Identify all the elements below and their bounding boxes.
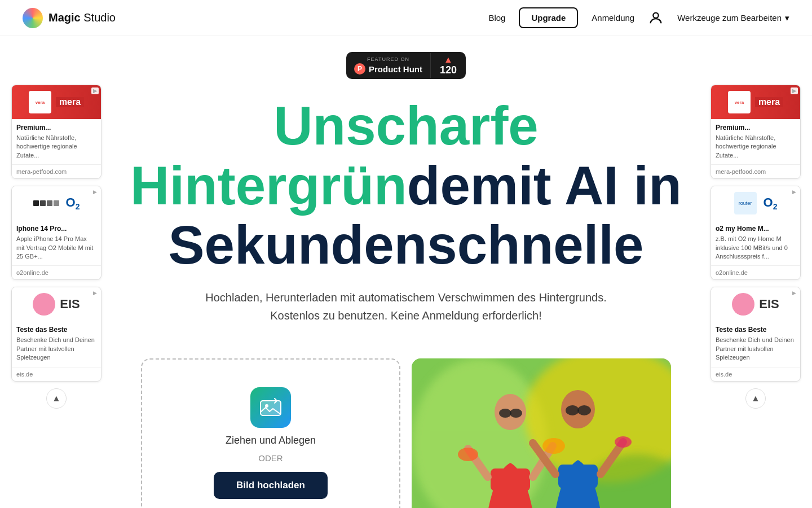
hero-title-line3: Sekundenschnelle — [169, 214, 644, 275]
left-ad-2-body: Iphone 14 Pro... Apple iPhone 14 Pro Max… — [12, 220, 101, 265]
right-ad-3-title: Teste das Beste — [716, 326, 796, 334]
hero-subtitle: Hochladen, Herunterladen mit automatisch… — [113, 288, 699, 325]
right-ad-label-icon-3: ▶ — [791, 290, 798, 296]
user-icon[interactable] — [648, 10, 664, 26]
left-ad-panel: vera mera ▶ Premium... Natürliche Nährst… — [11, 85, 102, 409]
upload-box[interactable]: Ziehen und Ablegen ODER Bild hochladen — [141, 358, 400, 508]
left-ad-3-text: Beschenke Dich und Deinen Partner mit lu… — [16, 336, 96, 362]
tools-dropdown[interactable]: Werkzeuge zum Bearbeiten — [677, 13, 789, 23]
left-ad-1[interactable]: vera mera ▶ Premium... Natürliche Nährst… — [11, 85, 102, 179]
upgrade-button[interactable]: Upgrade — [519, 7, 578, 28]
ph-featured-label: FEATURED ON — [367, 56, 409, 62]
svg-point-24 — [615, 436, 632, 448]
right-ad-1[interactable]: vera mera ▶ Premium... Natürliche Nährst… — [710, 85, 801, 179]
left-ad-3[interactable]: EIS ▶ Teste das Beste Beschenke Dich und… — [11, 287, 102, 381]
ph-logo-icon: P — [354, 63, 365, 75]
left-ad-2-text: Apple iPhone 14 Pro Max mit Vertrag O2 M… — [16, 235, 96, 261]
ph-badge-left: FEATURED ON P Product Hunt — [346, 53, 431, 78]
ad-label-icon: ▶ — [91, 87, 99, 94]
nav-right: Blog Upgrade Anmeldung Werkzeuge zum Bea… — [488, 7, 789, 28]
left-ad-2-domain: o2online.de — [12, 265, 101, 279]
product-hunt-badge[interactable]: FEATURED ON P Product Hunt ▲ 120 — [346, 52, 466, 79]
upload-button[interactable]: Bild hochladen — [214, 472, 328, 499]
svg-rect-1 — [261, 401, 281, 415]
preview-photo — [412, 358, 671, 508]
left-ad-1-image: vera mera ▶ — [12, 85, 101, 119]
upload-icon-wrapper — [250, 387, 291, 428]
svg-point-22 — [458, 448, 478, 461]
ph-arrow-icon: ▲ — [444, 55, 453, 64]
left-ad-2-title: Iphone 14 Pro... — [16, 225, 96, 233]
right-ad-2[interactable]: router O2 ▶ o2 my Home M... z.B. mit O2 … — [710, 186, 801, 280]
right-ad-3-body: Teste das Beste Beschenke Dich und Deine… — [711, 321, 800, 366]
drag-drop-label: Ziehen und Ablegen — [226, 435, 316, 446]
hero-title-line1: Unscharfe — [273, 95, 539, 156]
left-ad-3-domain: eis.de — [12, 367, 101, 381]
svg-point-13 — [510, 409, 522, 418]
right-ad-2-text: z.B. mit O2 my Home M inklusive 100 MBit… — [716, 235, 796, 261]
svg-rect-9 — [491, 468, 530, 491]
svg-point-16 — [577, 405, 591, 415]
right-ad-2-image: router O2 ▶ — [711, 186, 800, 220]
left-ad-1-title: Premium... — [16, 124, 96, 132]
photo-illustration — [412, 358, 671, 508]
left-ad-1-body: Premium... Natürliche Nährstoffe, hochwe… — [12, 119, 101, 164]
navbar: Magic Studio Blog Upgrade Anmeldung Werk… — [0, 0, 812, 36]
login-link[interactable]: Anmeldung — [592, 13, 634, 23]
chevron-down-icon — [785, 13, 789, 23]
ph-count: 120 — [440, 64, 457, 76]
svg-point-23 — [542, 438, 565, 454]
hero-title-line2-dark: demit AI in — [407, 155, 682, 216]
right-ad-3-domain: eis.de — [711, 367, 800, 381]
product-hunt-section: FEATURED ON P Product Hunt ▲ 120 — [0, 52, 812, 79]
logo-icon — [23, 8, 43, 28]
image-upload-icon — [259, 396, 282, 419]
right-ad-1-text: Natürliche Nährstoffe, hochwertige regio… — [716, 134, 796, 160]
right-ad-panel: vera mera ▶ Premium... Natürliche Nährst… — [710, 85, 801, 409]
right-ad-1-body: Premium... Natürliche Nährstoffe, hochwe… — [711, 119, 800, 164]
hero-section: Unscharfe Hintergründemit AI in Sekunden… — [0, 79, 812, 358]
right-ad-3[interactable]: EIS ▶ Teste das Beste Beschenke Dich und… — [710, 287, 801, 381]
preview-image-box — [412, 358, 671, 508]
right-ad-1-domain: mera-petfood.com — [711, 164, 800, 178]
right-ad-label-icon-2: ▶ — [791, 189, 798, 195]
right-ad-3-image: EIS ▶ — [711, 287, 800, 321]
left-ad-2[interactable]: O2 ▶ Iphone 14 Pro... Apple iPhone 14 Pr… — [11, 186, 102, 280]
right-ad-1-image: vera mera ▶ — [711, 85, 800, 119]
left-ad-2-image: O2 ▶ — [12, 186, 101, 220]
or-label: ODER — [258, 453, 283, 463]
ad-label-icon-2: ▶ — [91, 189, 99, 195]
left-ad-3-title: Teste das Beste — [16, 326, 96, 334]
ph-badge-right: ▲ 120 — [431, 52, 466, 79]
ph-logo: P Product Hunt — [354, 63, 422, 75]
left-ad-1-domain: mera-petfood.com — [12, 164, 101, 178]
svg-rect-11 — [558, 465, 598, 488]
right-ad-2-domain: o2online.de — [711, 265, 800, 279]
left-ad-3-body: Teste das Beste Beschenke Dich und Deine… — [12, 321, 101, 366]
right-ad-2-title: o2 my Home M... — [716, 225, 796, 233]
hero-title: Unscharfe Hintergründemit AI in Sekunden… — [113, 96, 699, 275]
left-ad-1-text: Natürliche Nährstoffe, hochwertige regio… — [16, 134, 96, 160]
ph-name: Product Hunt — [369, 64, 422, 74]
ad-label-icon-3: ▶ — [91, 290, 99, 296]
right-ad-label-icon: ▶ — [791, 87, 798, 94]
svg-point-0 — [654, 12, 659, 17]
left-scroll-up-button[interactable]: ▲ — [46, 388, 67, 409]
blog-link[interactable]: Blog — [488, 13, 505, 23]
right-scroll-up-button[interactable]: ▲ — [745, 388, 766, 409]
left-ad-3-image: EIS ▶ — [12, 287, 101, 321]
right-ad-3-text: Beschenke Dich und Deinen Partner mit lu… — [716, 336, 796, 362]
svg-point-12 — [499, 409, 511, 418]
svg-point-15 — [566, 405, 579, 415]
logo[interactable]: Magic Studio — [23, 8, 116, 28]
logo-text: Magic Studio — [48, 11, 116, 24]
content-row: Ziehen und Ablegen ODER Bild hochladen — [0, 358, 812, 508]
right-ad-2-body: o2 my Home M... z.B. mit O2 my Home M in… — [711, 220, 800, 265]
hero-title-line2-green: Hintergrün — [130, 155, 407, 216]
right-ad-1-title: Premium... — [716, 124, 796, 132]
